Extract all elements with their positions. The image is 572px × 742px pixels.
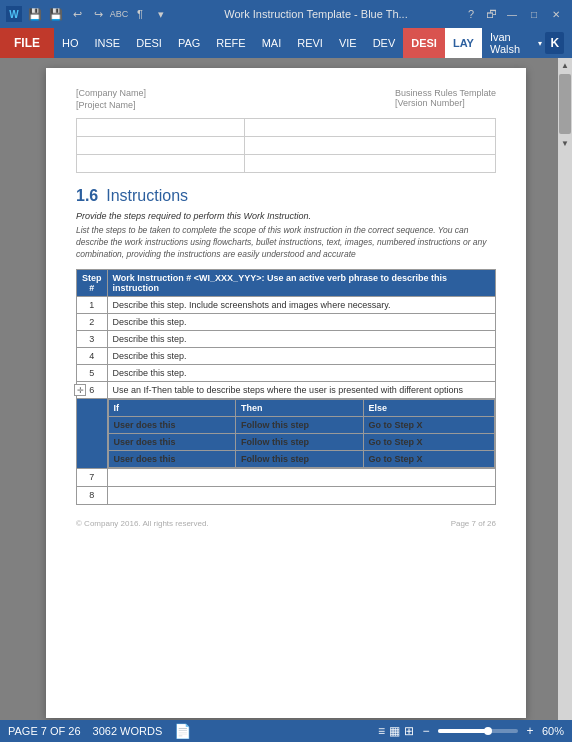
chevron-down-icon: ▾ bbox=[538, 39, 542, 48]
step-number: 4 bbox=[77, 347, 108, 364]
if-then-row: User does this Follow this step Go to St… bbox=[108, 450, 494, 467]
menu-insert[interactable]: INSE bbox=[87, 28, 129, 58]
section-number: 1.6 bbox=[76, 187, 98, 205]
page-indicator: PAGE 7 OF 26 bbox=[8, 725, 81, 737]
step-desc bbox=[107, 486, 495, 504]
menu-mailings[interactable]: MAI bbox=[254, 28, 290, 58]
zoom-thumb[interactable] bbox=[484, 727, 492, 735]
table-row: 6 Use an If-Then table to describe steps… bbox=[77, 381, 496, 398]
menu-bar: FILE HO INSE DESI PAG REFE MAI REVI VIE … bbox=[0, 28, 572, 58]
step-number: 2 bbox=[77, 313, 108, 330]
version-number: [Version Number] bbox=[395, 98, 496, 108]
menu-desi2[interactable]: DESI bbox=[403, 28, 445, 58]
maximize-button[interactable]: □ bbox=[524, 6, 544, 22]
view-mode-icon2[interactable]: ▦ bbox=[389, 724, 400, 738]
document-page: [Company Name] [Project Name] Business R… bbox=[46, 68, 526, 718]
username: Ivan Walsh bbox=[490, 31, 536, 55]
menu-view[interactable]: VIE bbox=[331, 28, 365, 58]
if-header: If bbox=[108, 399, 236, 416]
if-cell: User does this bbox=[108, 416, 236, 433]
menu-home[interactable]: HO bbox=[54, 28, 87, 58]
section-title: Instructions bbox=[106, 187, 188, 205]
table-row: 8 bbox=[77, 486, 496, 504]
then-cell: Follow this step bbox=[236, 450, 364, 467]
menu-lay[interactable]: LAY bbox=[445, 28, 482, 58]
vertical-scrollbar[interactable]: ▲ ▼ bbox=[558, 58, 572, 720]
window-title: Work Instruction Template - Blue Th... bbox=[176, 8, 456, 20]
if-then-header-inner: If Then Else bbox=[108, 399, 494, 416]
business-rules-label: Business Rules Template bbox=[395, 88, 496, 98]
scroll-up-button[interactable]: ▲ bbox=[558, 58, 572, 72]
table-row: 7 bbox=[77, 468, 496, 486]
then-header: Then bbox=[236, 399, 364, 416]
scroll-down-button[interactable]: ▼ bbox=[558, 136, 572, 150]
user-avatar: K bbox=[545, 32, 564, 54]
doc-header: [Company Name] [Project Name] Business R… bbox=[76, 88, 496, 110]
table-cell bbox=[77, 137, 245, 155]
menu-references[interactable]: REFE bbox=[208, 28, 253, 58]
doc-header-right: Business Rules Template [Version Number] bbox=[395, 88, 496, 110]
doc-area: [Company Name] [Project Name] Business R… bbox=[0, 58, 572, 720]
zoom-fill bbox=[438, 729, 486, 733]
paragraph-icon[interactable]: ¶ bbox=[131, 5, 149, 23]
else-cell: Go to Step X bbox=[363, 416, 494, 433]
if-then-nested: If Then Else User does this Follow this … bbox=[107, 398, 495, 468]
word-icon: W bbox=[6, 6, 22, 22]
title-bar: W 💾 💾 ↩ ↪ ABC ¶ ▾ Work Instruction Templ… bbox=[0, 0, 572, 28]
undo-icon[interactable]: ↩ bbox=[68, 5, 86, 23]
minimize-button[interactable]: — bbox=[502, 6, 522, 22]
dropdown-icon[interactable]: ▾ bbox=[152, 5, 170, 23]
section-body-text2: List the steps to be taken to complete t… bbox=[76, 225, 496, 261]
redo-icon[interactable]: ↪ bbox=[89, 5, 107, 23]
table-row: 1 Describe this step. Include screenshot… bbox=[77, 296, 496, 313]
table-row: 3 Describe this step. bbox=[77, 330, 496, 347]
table-cell bbox=[244, 137, 495, 155]
zoom-minus-button[interactable]: − bbox=[418, 723, 434, 739]
if-cell: User does this bbox=[108, 433, 236, 450]
then-cell: Follow this step bbox=[236, 416, 364, 433]
step-desc: Describe this step. bbox=[107, 364, 495, 381]
top-table bbox=[76, 118, 496, 173]
menu-dev[interactable]: DEV bbox=[365, 28, 404, 58]
status-bar: PAGE 7 OF 26 3062 WORDS 📄 ≡ ▦ ⊞ − + 60% bbox=[0, 720, 572, 742]
zoom-bar[interactable] bbox=[438, 729, 518, 733]
doc-header-left: [Company Name] [Project Name] bbox=[76, 88, 146, 110]
menu-review[interactable]: REVI bbox=[289, 28, 331, 58]
menu-file[interactable]: FILE bbox=[0, 28, 54, 58]
table-row bbox=[77, 137, 496, 155]
menu-page[interactable]: PAG bbox=[170, 28, 208, 58]
header-desc: Work Instruction # <WI_XXX_YYY>: Use an … bbox=[107, 269, 495, 296]
menu-design[interactable]: DESI bbox=[128, 28, 170, 58]
step-desc: Describe this step. bbox=[107, 330, 495, 347]
word-count: 3062 WORDS bbox=[93, 725, 163, 737]
view-mode-icon3[interactable]: ⊞ bbox=[404, 724, 414, 738]
footer-page-info: Page 7 of 26 bbox=[451, 519, 496, 528]
page-container: [Company Name] [Project Name] Business R… bbox=[0, 58, 572, 720]
title-bar-left: W 💾 💾 ↩ ↪ ABC ¶ ▾ bbox=[6, 5, 170, 23]
view-mode-icon1[interactable]: ≡ bbox=[378, 724, 385, 738]
title-bar-actions: 💾 💾 ↩ ↪ ABC ¶ ▾ bbox=[26, 5, 170, 23]
zoom-plus-button[interactable]: + bbox=[522, 723, 538, 739]
section-heading: 1.6 Instructions bbox=[76, 187, 496, 205]
if-cell: User does this bbox=[108, 450, 236, 467]
save-icon[interactable]: 💾 bbox=[26, 5, 44, 23]
step-desc: Use an If-Then table to describe steps w… bbox=[107, 381, 495, 398]
else-header: Else bbox=[363, 399, 494, 416]
step-number: 7 bbox=[77, 468, 108, 486]
if-then-spacer bbox=[77, 398, 108, 468]
restore-icon[interactable]: 🗗 bbox=[482, 5, 500, 23]
spelling-icon[interactable]: ABC bbox=[110, 5, 128, 23]
table-cell bbox=[77, 119, 245, 137]
save2-icon[interactable]: 💾 bbox=[47, 5, 65, 23]
scroll-thumb[interactable] bbox=[559, 74, 571, 134]
table-row bbox=[77, 119, 496, 137]
doc-footer: © Company 2016. All rights reserved. Pag… bbox=[76, 519, 496, 528]
help-icon[interactable]: ? bbox=[462, 5, 480, 23]
header-step-num: Step # bbox=[77, 269, 108, 296]
close-button[interactable]: ✕ bbox=[546, 6, 566, 22]
table-move-handle[interactable]: ✛ bbox=[74, 384, 86, 396]
if-then-header-row: If Then Else User does this Follow this … bbox=[77, 398, 496, 468]
title-bar-right: ? 🗗 — □ ✕ bbox=[462, 5, 566, 23]
proofread-icon[interactable]: 📄 bbox=[174, 723, 191, 739]
step-desc: Describe this step. Include screenshots … bbox=[107, 296, 495, 313]
